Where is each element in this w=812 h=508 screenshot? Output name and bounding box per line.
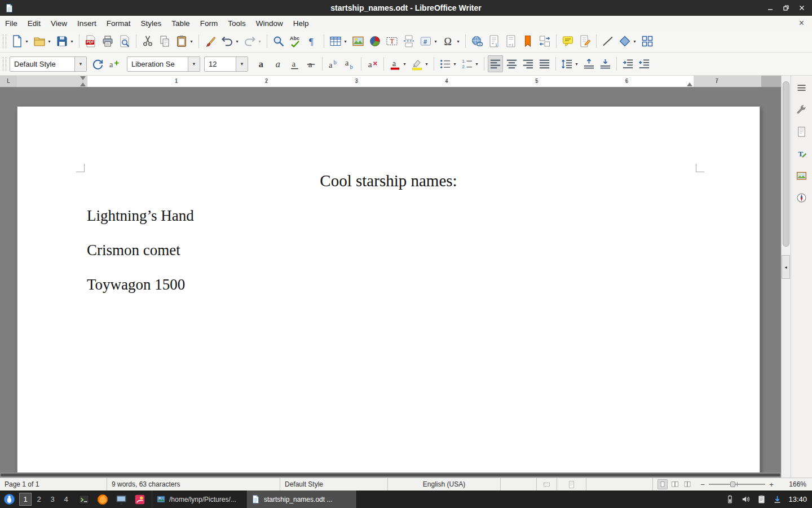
footnote-button[interactable] [486,33,502,50]
find-replace-button[interactable] [271,33,286,50]
clone-formatting-button[interactable] [202,33,218,50]
page-style-status[interactable]: Default Style [280,478,388,491]
page-count-status[interactable]: Page 1 of 1 [0,478,107,491]
insert-image-button[interactable] [350,33,366,50]
word-count-status[interactable]: 9 words, 63 characters [107,478,280,491]
insert-field-button[interactable]: ▾ [418,33,439,50]
align-left-button[interactable] [488,55,503,72]
insert-comment-button[interactable] [560,33,576,50]
sidebar-gallery-button[interactable] [795,168,809,183]
separator[interactable] [556,34,557,48]
sidebar-collapse-button[interactable]: ◂ [782,255,790,279]
document-view[interactable]: Cool starship names: Lightning’s HandCri… [0,87,781,472]
print-preview-button[interactable] [117,33,133,50]
book-view-button[interactable] [682,479,692,489]
separator[interactable] [434,57,434,71]
bookmark-button[interactable] [520,33,536,50]
zoom-out-button[interactable]: − [699,480,706,489]
dropdown-arrow-icon[interactable]: ▾ [424,62,429,67]
menu-tools[interactable]: Tools [223,17,251,30]
dropdown-arrow-icon[interactable]: ▾ [24,39,29,44]
multi-page-view-button[interactable] [670,479,680,489]
document-body-line[interactable]: Lightning’s Hand [87,206,690,225]
open-button[interactable]: ▾ [32,33,53,50]
media-app-launcher[interactable] [133,492,147,507]
dropdown-arrow-icon[interactable]: ▾ [189,39,194,44]
insert-line-button[interactable] [600,33,616,50]
menu-styles[interactable]: Styles [136,17,167,30]
separator[interactable] [267,34,267,48]
dropdown-arrow-icon[interactable]: ▾ [433,39,438,44]
restore-icon[interactable] [783,5,789,11]
menu-window[interactable]: Window [251,17,288,30]
workspace-3[interactable]: 3 [46,493,59,506]
zoom-slider[interactable] [709,484,765,485]
decrease-indent-button[interactable] [637,55,652,72]
insert-textbox-button[interactable] [384,33,400,50]
underline-button[interactable] [287,55,302,72]
page-break-button[interactable] [401,33,417,50]
basic-shapes-button[interactable]: ▾ [617,33,638,50]
workspace-4[interactable]: 4 [60,493,72,506]
download-arrow-icon[interactable] [773,494,782,504]
dropdown-arrow-icon[interactable]: ▾ [47,39,52,44]
toolbar-grip[interactable] [3,34,6,48]
separator[interactable] [383,57,384,71]
chevron-down-icon[interactable]: ▼ [188,57,200,71]
separator[interactable] [324,34,324,48]
menu-format[interactable]: Format [102,17,136,30]
menu-file[interactable]: File [0,17,23,30]
separator[interactable] [79,34,80,48]
copy-button[interactable] [157,33,173,50]
single-page-view-button[interactable] [657,479,668,489]
update-style-button[interactable] [90,55,105,72]
sidebar-navigator-button[interactable] [795,190,809,205]
endnote-button[interactable] [503,33,519,50]
dropdown-arrow-icon[interactable]: ▾ [452,62,457,67]
formatting-marks-button[interactable] [304,33,320,50]
minimize-icon[interactable] [767,5,774,11]
file-manager-launcher[interactable] [114,492,129,507]
cut-button[interactable] [140,33,156,50]
separator[interactable] [465,34,466,48]
font-size-value[interactable]: 12 [205,60,236,68]
subscript-button[interactable] [342,55,358,72]
align-right-button[interactable] [520,55,536,72]
separator[interactable] [484,57,484,71]
firefox-launcher[interactable] [95,492,110,507]
menu-edit[interactable]: Edit [23,17,46,30]
increase-indent-button[interactable] [620,55,636,72]
menu-view[interactable]: View [46,17,72,30]
highlight-color-button[interactable]: ▾ [409,55,430,72]
dropdown-arrow-icon[interactable]: ▾ [343,39,348,44]
dropdown-arrow-icon[interactable]: ▾ [474,62,479,67]
menu-help[interactable]: Help [288,17,314,30]
horizontal-scrollbar-thumb[interactable] [1,474,780,476]
chevron-down-icon[interactable]: ▼ [74,57,86,71]
paragraph-style-combo[interactable]: Default Style ▼ [10,56,87,72]
document-text[interactable]: Cool starship names: Lightning’s HandCri… [17,107,760,294]
cross-reference-button[interactable] [537,33,553,50]
menu-insert[interactable]: Insert [72,17,102,30]
left-indent-marker[interactable] [80,82,86,86]
clock[interactable]: 13:40 [788,495,807,503]
new-style-button[interactable] [107,55,122,72]
align-center-button[interactable] [504,55,519,72]
spelling-button[interactable] [288,33,303,50]
dropdown-arrow-icon[interactable]: ▾ [402,62,407,67]
sidebar-page-button[interactable] [795,124,809,139]
selection-mode-status[interactable] [537,478,557,491]
export-pdf-button[interactable] [83,33,99,50]
document-title-line[interactable]: Cool starship names: [87,170,690,191]
document-body-line[interactable]: Toywagon 1500 [87,275,690,294]
insert-table-button[interactable]: ▾ [328,33,349,50]
terminal-launcher[interactable] [77,492,91,507]
line-spacing-button[interactable]: ▾ [559,55,580,72]
dropdown-arrow-icon[interactable]: ▾ [632,39,637,44]
chevron-down-icon[interactable]: ▼ [236,57,248,71]
insert-mode-status[interactable] [501,478,537,491]
dropdown-arrow-icon[interactable]: ▾ [69,39,74,44]
undo-button[interactable]: ▾ [219,33,241,50]
vertical-scrollbar[interactable]: ◂ [781,76,791,478]
close-icon[interactable] [798,5,805,11]
